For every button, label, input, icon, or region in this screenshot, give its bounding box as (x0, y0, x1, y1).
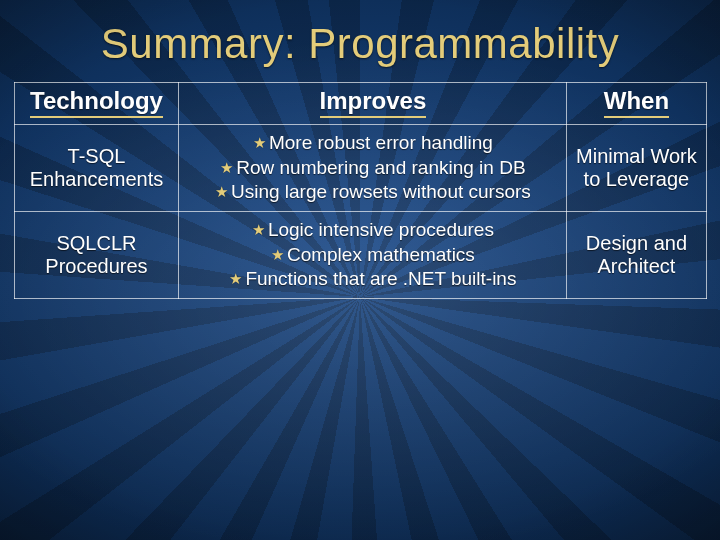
star-icon: ★ (215, 183, 231, 200)
header-technology: Technology (14, 83, 179, 125)
improves-item: ★Complex mathematics (185, 243, 560, 268)
tech-line: Enhancements (30, 168, 163, 190)
improves-text: Logic intensive procedures (268, 219, 494, 240)
improves-text: Complex mathematics (287, 244, 475, 265)
star-icon: ★ (220, 159, 236, 176)
header-improves-label: Improves (320, 87, 427, 118)
improves-item: ★More robust error handling (185, 131, 560, 156)
cell-when: Minimal Work to Leverage (567, 125, 706, 212)
when-line: Design and (586, 232, 687, 254)
cell-when: Design and Architect (567, 212, 706, 299)
improves-item: ★Using large rowsets without cursors (185, 180, 560, 205)
star-icon: ★ (271, 246, 287, 263)
cell-technology: SQLCLR Procedures (14, 212, 179, 299)
improves-text: Using large rowsets without cursors (231, 181, 531, 202)
cell-improves: ★More robust error handling ★Row numberi… (179, 125, 567, 212)
tech-line: SQLCLR (56, 232, 136, 254)
tech-line: T-SQL (68, 145, 126, 167)
table-header-row: Technology Improves When (14, 83, 706, 125)
table-row: SQLCLR Procedures ★Logic intensive proce… (14, 212, 706, 299)
tech-line: Procedures (45, 255, 147, 277)
header-when: When (567, 83, 706, 125)
cell-technology: T-SQL Enhancements (14, 125, 179, 212)
when-line: Minimal Work (576, 145, 697, 167)
when-line: to Leverage (584, 168, 690, 190)
star-icon: ★ (229, 270, 245, 287)
star-icon: ★ (253, 134, 269, 151)
summary-table: Technology Improves When T-SQL Enhanceme… (14, 82, 707, 299)
header-improves: Improves (179, 83, 567, 125)
slide-title: Summary: Programmability (0, 0, 720, 82)
improves-item: ★Row numbering and ranking in DB (185, 156, 560, 181)
improves-item: ★Logic intensive procedures (185, 218, 560, 243)
improves-text: More robust error handling (269, 132, 493, 153)
improves-text: Functions that are .NET built-ins (245, 268, 516, 289)
when-line: Architect (598, 255, 676, 277)
improves-item: ★Functions that are .NET built-ins (185, 267, 560, 292)
table-row: T-SQL Enhancements ★More robust error ha… (14, 125, 706, 212)
header-technology-label: Technology (30, 87, 163, 118)
header-when-label: When (604, 87, 669, 118)
improves-text: Row numbering and ranking in DB (236, 157, 525, 178)
cell-improves: ★Logic intensive procedures ★Complex mat… (179, 212, 567, 299)
star-icon: ★ (252, 221, 268, 238)
